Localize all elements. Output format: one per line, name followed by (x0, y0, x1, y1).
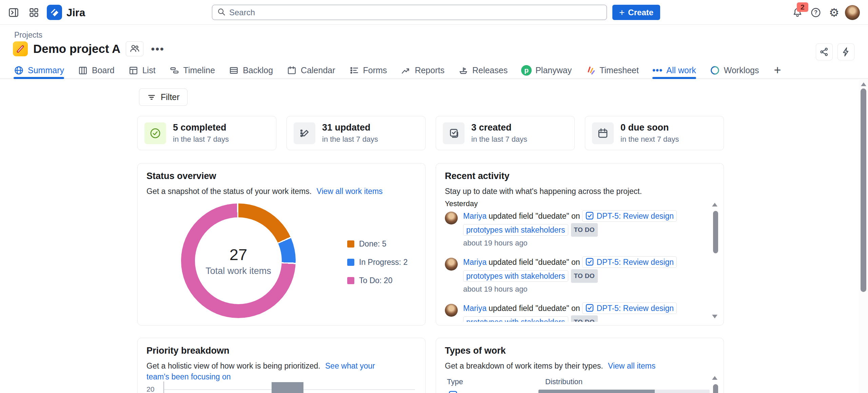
page-scrollbar[interactable] (859, 80, 868, 393)
distribution-bar (538, 390, 710, 393)
total-work-items-value: 27 (230, 245, 247, 264)
status-overview-title: Status overview (146, 171, 216, 181)
total-work-items-label: Total work items (205, 266, 271, 276)
search-icon (217, 7, 226, 18)
distribution-fill (538, 390, 655, 393)
scrollbar-up-arrow-icon[interactable] (861, 82, 866, 86)
automation-lightning-button[interactable] (837, 43, 854, 60)
status-overview-description: Get a snapshot of the status of your wor… (146, 187, 312, 196)
project-more-menu-icon[interactable]: ••• (149, 43, 166, 55)
app-name: Jira (66, 7, 85, 19)
tab-reports[interactable]: Reports (400, 62, 445, 78)
stat-card-updated[interactable]: 31 updatedin the last 7 days (287, 116, 426, 150)
avatar[interactable] (445, 304, 458, 317)
breadcrumb[interactable]: Projects (14, 31, 42, 40)
activity-timestamp: about 19 hours ago (463, 238, 701, 248)
recent-activity-title: Recent activity (445, 171, 510, 181)
project-tabs: Summary Board List Timeline Backlog Cale… (0, 62, 868, 79)
search-bar[interactable] (212, 5, 607, 20)
types-of-work-title: Types of work (445, 346, 506, 356)
tab-backlog[interactable]: Backlog (229, 62, 273, 78)
check-circle-icon (144, 122, 166, 144)
activity-user-link[interactable]: Mariya (463, 212, 487, 220)
settings-gear-icon[interactable]: ⚙ (827, 5, 842, 20)
status-legend: Done: 5 In Progress: 2 To Do: 20 (347, 239, 408, 285)
avatar[interactable] (445, 212, 458, 224)
task-checkbox-icon (585, 257, 594, 269)
tab-summary[interactable]: Summary (14, 62, 64, 78)
planyway-icon: p (521, 65, 532, 76)
activity-list: Mariyaupdated field "duedate" onDPT-5: R… (445, 210, 701, 322)
scrollbar-down-arrow-icon[interactable] (712, 315, 717, 318)
stats-row: 5 completedin the last 7 days 31 updated… (137, 116, 724, 150)
activity-item: Mariyaupdated field "duedate" onDPT-5: R… (445, 302, 701, 322)
scrollbar-thumb[interactable] (713, 384, 718, 393)
activity-user-link[interactable]: Mariya (463, 304, 487, 313)
view-all-work-items-link[interactable]: View all work items (316, 187, 382, 196)
sidebar-toggle-icon[interactable] (6, 5, 21, 20)
priority-breakdown-description: Get a holistic view of how work is being… (146, 361, 320, 370)
notifications-bell-icon[interactable]: 2 (790, 5, 805, 20)
calendar-icon (592, 122, 614, 144)
task-checkbox-icon (448, 390, 458, 393)
activity-user-link[interactable]: Mariya (463, 258, 487, 267)
recent-activity-description: Stay up to date with what's happening ac… (445, 186, 642, 197)
stat-card-completed[interactable]: 5 completedin the last 7 days (137, 116, 276, 150)
tab-worklogs[interactable]: Worklogs (710, 62, 759, 78)
legend-swatch (347, 277, 354, 284)
legend-swatch (347, 240, 354, 248)
legend-item-to-do[interactable]: To Do: 20 (347, 276, 408, 285)
types-of-work-card: Types of work Get a breakdown of work it… (436, 338, 724, 393)
tab-timeline[interactable]: Timeline (169, 62, 215, 78)
project-members-button[interactable] (126, 41, 143, 56)
add-tab-button[interactable]: + (773, 62, 783, 78)
tab-forms[interactable]: Forms (349, 62, 387, 78)
page-title: Demo project A (33, 42, 120, 56)
app-switcher-icon[interactable] (26, 5, 41, 20)
status-badge: TO DO (571, 223, 598, 237)
stat-card-created[interactable]: 3 createdin the last 7 days (436, 116, 575, 150)
tab-board[interactable]: Board (78, 62, 115, 78)
edit-list-icon (294, 122, 315, 144)
jira-logo-icon[interactable] (47, 5, 62, 20)
search-input[interactable] (229, 8, 602, 17)
tab-planyway[interactable]: p Planyway (521, 62, 572, 78)
project-avatar-icon (13, 41, 28, 56)
user-avatar[interactable] (845, 5, 860, 20)
types-of-work-description: Get a breakdown of work items by their t… (445, 361, 603, 370)
activity-action-text: updated field "duedate" on (489, 258, 580, 267)
scrollbar-thumb[interactable] (713, 211, 718, 253)
column-header-distribution: Distribution (545, 377, 583, 386)
scrollbar-up-arrow-icon[interactable] (712, 376, 717, 380)
priority-breakdown-title: Priority breakdown (146, 346, 230, 356)
column-header-type: Type (447, 377, 463, 386)
svg-text:?: ? (814, 9, 817, 15)
priority-bar[interactable] (272, 382, 303, 393)
scrollbar-thumb[interactable] (861, 89, 866, 292)
create-button[interactable]: + Create (612, 5, 660, 20)
share-button[interactable] (816, 43, 833, 60)
tab-releases[interactable]: Releases (458, 62, 508, 78)
summary-content: Filter 5 completedin the last 7 days 31 … (0, 80, 868, 393)
legend-swatch (347, 259, 354, 266)
stat-card-due-soon[interactable]: 0 due soonin the next 7 days (585, 116, 724, 150)
tab-calendar[interactable]: Calendar (287, 62, 335, 78)
tab-timesheet[interactable]: Timesheet (585, 62, 639, 78)
tab-list[interactable]: List (128, 62, 156, 78)
priority-breakdown-card: Priority breakdown Get a holistic view o… (137, 338, 426, 393)
legend-item-in-progress[interactable]: In Progress: 2 (347, 258, 408, 267)
help-icon[interactable]: ? (808, 5, 823, 20)
tab-all-work[interactable]: ••• All work (652, 62, 696, 78)
recent-activity-card: Recent activity Stay up to date with wha… (436, 163, 724, 326)
scrollbar-up-arrow-icon[interactable] (712, 203, 717, 207)
filter-button[interactable]: Filter (139, 89, 188, 106)
legend-item-done[interactable]: Done: 5 (347, 239, 408, 249)
view-all-items-link[interactable]: View all items (608, 361, 655, 370)
donut-center: 27 Total work items (195, 217, 282, 304)
top-navigation-bar: Jira + Create 2 ? ⚙ (0, 0, 868, 25)
status-donut[interactable]: 27 Total work items (181, 203, 296, 318)
y-axis-tick-mark (163, 381, 164, 393)
avatar[interactable] (445, 258, 458, 271)
notification-count-badge: 2 (797, 2, 808, 12)
filter-icon (147, 93, 156, 102)
